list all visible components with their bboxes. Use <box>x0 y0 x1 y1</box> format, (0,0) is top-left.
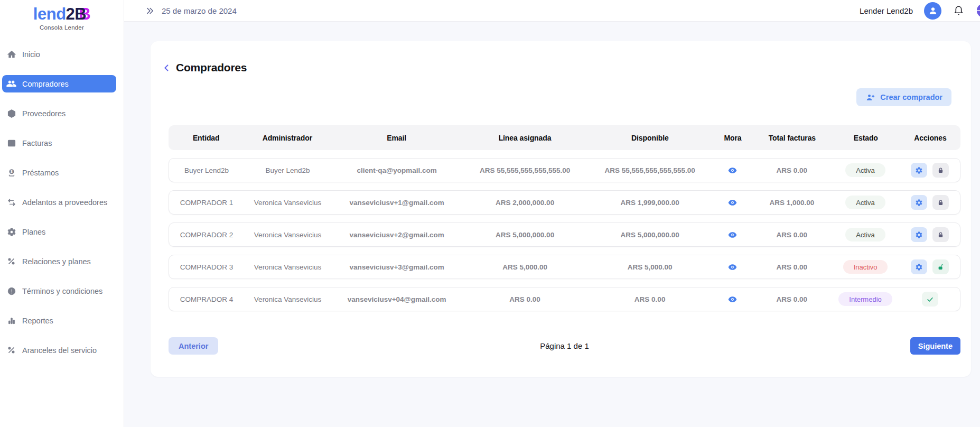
double-chevron-right-icon[interactable] <box>145 6 154 15</box>
sidebar-item-label: Préstamos <box>22 169 59 177</box>
sidebar-item-label: Facturas <box>22 139 52 147</box>
cell-total-facturas: ARS 0.00 <box>753 263 831 271</box>
settings-button[interactable] <box>911 163 927 178</box>
person-add-icon <box>865 92 875 103</box>
sidebar-item-label: Relaciones y planes <box>22 257 91 266</box>
eye-icon[interactable] <box>726 262 739 272</box>
previous-page-button[interactable]: Anterior <box>169 337 218 355</box>
cell-entidad: COMPRADOR 3 <box>169 263 244 271</box>
lock-icon <box>937 199 945 207</box>
topbar-date: 25 de marzo de 2024 <box>162 6 237 15</box>
sidebar-item-compradores[interactable]: Compradores <box>2 75 116 92</box>
settings-button[interactable] <box>911 259 927 274</box>
home-icon <box>6 49 16 59</box>
topbar-user-name: Lender Lend2b <box>860 6 913 15</box>
sidebar: lend2BB Consola Lender Inicio Compradore… <box>0 0 124 427</box>
approve-button[interactable] <box>922 292 938 307</box>
gear-icon <box>915 231 923 239</box>
cell-entidad: COMPRADOR 2 <box>169 231 244 239</box>
sidebar-item-facturas[interactable]: Facturas <box>2 134 116 152</box>
column-header-disponible: Disponible <box>587 134 713 142</box>
create-comprador-button[interactable]: Crear comprador <box>856 88 951 106</box>
settings-button[interactable] <box>911 195 927 210</box>
column-header-administrador: Administrador <box>244 134 331 142</box>
eye-icon[interactable] <box>726 198 739 208</box>
cell-total-facturas: ARS 1,000.00 <box>753 199 831 207</box>
cell-disponible: ARS 55,555,555,555,555.00 <box>587 166 713 174</box>
globe-icon[interactable] <box>976 3 980 18</box>
column-header-acciones: Acciones <box>900 134 960 142</box>
app-root: lend2BB Consola Lender Inicio Compradore… <box>0 0 980 427</box>
sidebar-item-proveedores[interactable]: Proveedores <box>2 105 116 122</box>
compradores-card: Compradores Crear comprador Entidad Admi… <box>151 41 971 377</box>
status-badge: Activa <box>845 228 885 242</box>
sidebar-item-label: Compradores <box>22 80 69 88</box>
bell-icon[interactable] <box>953 5 965 17</box>
cell-linea-asignada: ARS 2,000,000.00 <box>462 199 587 207</box>
percent-icon <box>6 256 16 266</box>
gear-icon <box>915 199 923 207</box>
pagination: Anterior Página 1 de 1 Siguiente <box>169 337 960 355</box>
settings-button[interactable] <box>911 227 927 242</box>
table-row: Buyer Lend2b Buyer Lend2b client-qa@yopm… <box>169 158 960 182</box>
status-badge: Activa <box>845 163 885 177</box>
users-icon <box>6 79 16 89</box>
cell-email: vanseviciusv+2@gmail.com <box>331 231 463 239</box>
lock-button[interactable] <box>932 163 949 178</box>
table-header-row: Entidad Administrador Email Línea asigna… <box>169 125 960 150</box>
column-header-email: Email <box>331 134 462 142</box>
svg-text:$: $ <box>11 170 13 174</box>
cell-linea-asignada: ARS 55,555,555,555,555.00 <box>462 166 587 174</box>
cell-disponible: ARS 1,999,000.00 <box>587 199 713 207</box>
sidebar-nav: Inicio Compradores Proveedores Facturas <box>0 45 124 359</box>
coin-icon: $ <box>6 168 16 178</box>
topbar-right: Lender Lend2b <box>860 2 980 20</box>
sidebar-item-planes[interactable]: Planes <box>2 223 116 240</box>
cell-administrador: Veronica Vansevicius <box>244 231 331 239</box>
cell-email: vanseviciusv+04@gmail.com <box>331 295 463 303</box>
logo-2b: 2B <box>66 5 87 23</box>
brand-logo: lend2BB Consola Lender <box>0 0 124 34</box>
gear-icon <box>915 166 923 174</box>
sidebar-item-prestamos[interactable]: $ Préstamos <box>2 164 116 181</box>
lock-icon <box>937 166 945 174</box>
sidebar-item-adelantos[interactable]: Adelantos a proveedores <box>2 193 116 211</box>
sidebar-item-reportes[interactable]: Reportes <box>2 312 116 329</box>
table-row: COMPRADOR 1 Veronica Vansevicius vansevi… <box>169 190 960 215</box>
status-badge: Inactivo <box>843 260 888 274</box>
chevron-left-icon[interactable] <box>162 63 172 73</box>
sidebar-item-inicio[interactable]: Inicio <box>2 45 116 63</box>
cell-email: client-qa@yopmail.com <box>331 166 463 174</box>
eye-icon[interactable] <box>726 294 739 304</box>
column-header-entidad: Entidad <box>169 134 244 142</box>
sidebar-item-relaciones[interactable]: Relaciones y planes <box>2 253 116 270</box>
avatar-icon[interactable] <box>924 2 941 20</box>
eye-icon[interactable] <box>726 165 739 175</box>
table-row: COMPRADOR 4 Veronica Vansevicius vansevi… <box>169 287 960 311</box>
cell-total-facturas: ARS 0.00 <box>753 295 831 303</box>
cell-total-facturas: ARS 0.00 <box>753 231 831 239</box>
sidebar-item-label: Adelantos a proveedores <box>22 198 107 207</box>
unlock-icon <box>937 263 945 271</box>
grid-icon <box>6 138 16 148</box>
lock-icon <box>937 231 945 239</box>
unlock-button[interactable] <box>932 259 949 274</box>
lock-button[interactable] <box>932 227 949 242</box>
table-row: COMPRADOR 3 Veronica Vansevicius vansevi… <box>169 255 960 279</box>
column-header-mora: Mora <box>713 134 753 142</box>
lock-button[interactable] <box>932 195 949 210</box>
cell-entidad: COMPRADOR 1 <box>169 199 244 207</box>
cube-icon <box>6 108 16 118</box>
sidebar-item-aranceles[interactable]: Aranceles del servicio <box>2 341 116 359</box>
title-row: Compradores <box>162 61 960 75</box>
logo-lend: lend <box>33 5 66 23</box>
cell-disponible: ARS 0.00 <box>587 295 713 303</box>
cell-entidad: Buyer Lend2b <box>169 166 244 174</box>
cell-administrador: Veronica Vansevicius <box>244 199 331 207</box>
eye-icon[interactable] <box>726 230 739 240</box>
cell-email: vanseviciusv+3@gmail.com <box>331 263 463 271</box>
sidebar-item-label: Aranceles del servicio <box>22 346 97 355</box>
sidebar-item-terminos[interactable]: Términos y condiciones <box>2 282 116 300</box>
next-page-button[interactable]: Siguiente <box>910 337 960 355</box>
page-info: Página 1 de 1 <box>540 341 589 350</box>
